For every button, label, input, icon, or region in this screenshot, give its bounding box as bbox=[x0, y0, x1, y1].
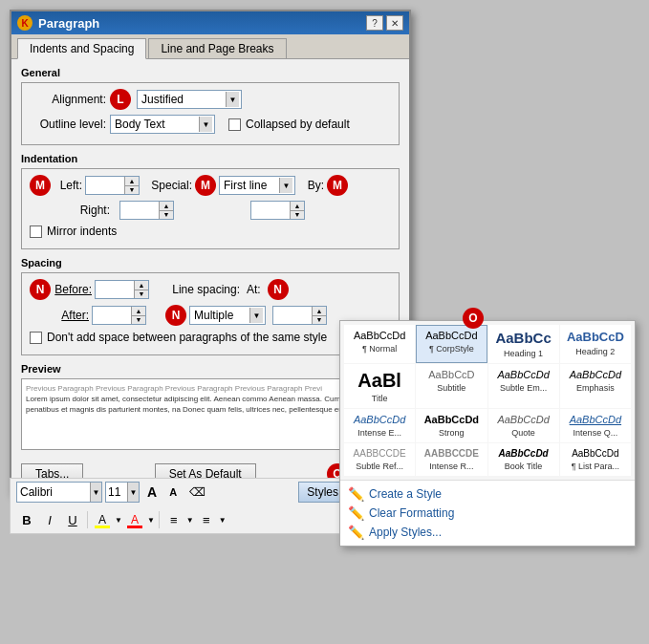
by-value[interactable]: 0.25" bbox=[251, 204, 290, 217]
line-spacing-label: Line spacing: bbox=[168, 283, 240, 296]
style-emphasis[interactable]: AaBbCcDd Emphasis bbox=[560, 364, 631, 408]
formatting-toolbar: Calibri ▼ 11 ▼ A A ⌫ Styles B I U A ▼ A … bbox=[10, 478, 354, 534]
style-list-para-preview: AaBbCcDd bbox=[564, 448, 627, 460]
shrink-button[interactable]: A bbox=[164, 482, 182, 503]
style-heading2[interactable]: AaBbCcD Heading 2 bbox=[560, 325, 631, 363]
clear-format-button[interactable]: ⌫ bbox=[184, 482, 210, 503]
styles-grid: AaBbCcDd ¶ Normal AaBbCcDd ¶ CorpStyle A… bbox=[340, 321, 635, 480]
before-value[interactable]: 0 pt bbox=[96, 283, 134, 296]
after-spinner[interactable]: 0 pt ▲ ▼ bbox=[92, 306, 146, 325]
size-select[interactable]: 11 ▼ bbox=[105, 482, 140, 503]
after-down[interactable]: ▼ bbox=[132, 316, 145, 325]
right-value[interactable]: 0" bbox=[120, 204, 159, 217]
spacing-section-label: Spacing bbox=[21, 257, 400, 268]
numbering-button[interactable]: ≡ bbox=[196, 509, 217, 530]
left-spinner[interactable]: 0" ▲ ▼ bbox=[85, 176, 140, 195]
highlight-color-bar bbox=[95, 526, 110, 528]
collapsed-row: Collapsed by default bbox=[228, 118, 350, 131]
font-size: 11 bbox=[106, 485, 127, 499]
after-up[interactable]: ▲ bbox=[132, 307, 145, 316]
style-intense-e-preview: AaBbCcDd bbox=[348, 414, 411, 426]
collapsed-checkbox[interactable] bbox=[228, 118, 241, 131]
left-down[interactable]: ▼ bbox=[125, 186, 139, 195]
mirror-checkbox[interactable] bbox=[30, 225, 42, 238]
special-select[interactable]: First line ▼ bbox=[219, 176, 295, 195]
at-value[interactable]: 1.25 bbox=[273, 309, 312, 322]
italic-button[interactable]: I bbox=[39, 509, 60, 530]
underline-button[interactable]: U bbox=[62, 509, 83, 530]
style-normal[interactable]: AaBbCcDd ¶ Normal bbox=[344, 325, 415, 363]
before-spinner[interactable]: 0 pt ▲ ▼ bbox=[95, 280, 149, 299]
at-up[interactable]: ▲ bbox=[313, 307, 326, 316]
clear-formatting-item[interactable]: ✏️ Clear Formatting bbox=[348, 504, 627, 523]
left-value[interactable]: 0" bbox=[86, 179, 124, 192]
line-spacing-select[interactable]: Multiple ▼ bbox=[189, 306, 266, 325]
style-corpstyle[interactable]: AaBbCcDd ¶ CorpStyle bbox=[416, 325, 487, 363]
style-intense-q[interactable]: AaBbCcDd Intense Q... bbox=[560, 409, 631, 442]
outline-label: Outline level: bbox=[30, 118, 106, 131]
font-color-button[interactable]: A bbox=[124, 509, 145, 530]
style-intense-e[interactable]: AaBbCcDd Intense E... bbox=[344, 409, 415, 442]
special-arrow: ▼ bbox=[279, 178, 292, 193]
grow-button[interactable]: A bbox=[142, 482, 162, 503]
before-label: Before: bbox=[54, 283, 92, 296]
style-subtle-ref[interactable]: AABBCCDE Subtle Ref... bbox=[344, 443, 415, 476]
right-down[interactable]: ▼ bbox=[160, 211, 173, 220]
style-quote[interactable]: AaBbCcDd Quote bbox=[488, 409, 559, 442]
dont-add-checkbox[interactable] bbox=[30, 332, 42, 344]
left-spinner-btns: ▲ ▼ bbox=[124, 177, 139, 194]
style-heading1[interactable]: AaBbCc Heading 1 bbox=[488, 325, 559, 363]
at-down[interactable]: ▼ bbox=[313, 316, 326, 325]
highlight-button[interactable]: A bbox=[92, 509, 113, 530]
alignment-select[interactable]: Justified ▼ bbox=[137, 90, 242, 109]
tab-line-page-breaks[interactable]: Line and Page Breaks bbox=[148, 38, 286, 58]
by-spinner[interactable]: 0.25" ▲ ▼ bbox=[250, 201, 305, 220]
close-button[interactable]: ✕ bbox=[386, 15, 403, 31]
style-intense-q-name: Intense Q... bbox=[573, 428, 618, 438]
by-down[interactable]: ▼ bbox=[291, 211, 304, 220]
right-spinner-btns: ▲ ▼ bbox=[159, 202, 173, 219]
style-title-name: Title bbox=[372, 394, 388, 403]
numbering-dropdown[interactable]: ▼ bbox=[219, 516, 227, 525]
font-color-dropdown[interactable]: ▼ bbox=[147, 516, 155, 525]
style-book-title-name: Book Title bbox=[505, 462, 543, 471]
bullets-button[interactable]: ≡ bbox=[163, 509, 184, 530]
font-arrow: ▼ bbox=[90, 483, 101, 502]
style-corpstyle-name: ¶ CorpStyle bbox=[429, 344, 474, 354]
style-subtitle[interactable]: AaBbCcD Subtitle bbox=[416, 364, 487, 408]
general-section: Alignment: L Justified ▼ Outline level: … bbox=[21, 82, 400, 145]
at-spinner[interactable]: 1.25 ▲ ▼ bbox=[272, 306, 327, 325]
style-book-title[interactable]: AaBbCcDd Book Title bbox=[488, 443, 559, 476]
left-up[interactable]: ▲ bbox=[125, 177, 139, 186]
create-style-icon: ✏️ bbox=[348, 486, 363, 502]
style-intense-r[interactable]: AABBCCDE Intense R... bbox=[416, 443, 487, 476]
dont-add-space-row: Don't add space between paragraphs of th… bbox=[30, 331, 391, 344]
before-up[interactable]: ▲ bbox=[135, 281, 148, 290]
style-intense-r-preview: AABBCCDE bbox=[420, 448, 483, 460]
create-style-item[interactable]: ✏️ Create a Style bbox=[348, 484, 627, 504]
style-list-para-name: ¶ List Para... bbox=[572, 462, 619, 471]
bold-button[interactable]: B bbox=[16, 509, 37, 530]
before-down[interactable]: ▼ bbox=[135, 290, 148, 299]
special-value: First line bbox=[222, 179, 277, 192]
bullets-dropdown[interactable]: ▼ bbox=[186, 516, 194, 525]
outline-select[interactable]: Body Text ▼ bbox=[110, 115, 215, 134]
after-value[interactable]: 0 pt bbox=[93, 309, 131, 322]
font-select[interactable]: Calibri ▼ bbox=[16, 482, 102, 503]
right-up[interactable]: ▲ bbox=[160, 202, 173, 211]
highlight-dropdown[interactable]: ▼ bbox=[115, 516, 122, 525]
right-spinner[interactable]: 0" ▲ ▼ bbox=[119, 201, 174, 220]
indent-row2: Right: 0" ▲ ▼ 0.25" ▲ ▼ bbox=[30, 201, 391, 220]
style-subtle-em[interactable]: AaBbCcDd Subtle Em... bbox=[488, 364, 559, 408]
style-title[interactable]: AaBl Title bbox=[344, 364, 415, 408]
style-strong[interactable]: AaBbCcDd Strong bbox=[416, 409, 487, 442]
tab-indents-spacing[interactable]: Indents and Spacing bbox=[17, 38, 146, 59]
alignment-value: Justified bbox=[140, 93, 224, 106]
help-button[interactable]: ? bbox=[366, 15, 383, 31]
mirror-label: Mirror indents bbox=[47, 225, 117, 238]
apply-styles-item[interactable]: ✏️ Apply Styles... bbox=[348, 523, 627, 542]
style-list-para[interactable]: AaBbCcDd ¶ List Para... bbox=[560, 443, 631, 476]
outline-row: Outline level: Body Text ▼ Collapsed by … bbox=[30, 115, 391, 134]
outline-arrow: ▼ bbox=[199, 117, 212, 132]
by-up[interactable]: ▲ bbox=[291, 202, 304, 211]
